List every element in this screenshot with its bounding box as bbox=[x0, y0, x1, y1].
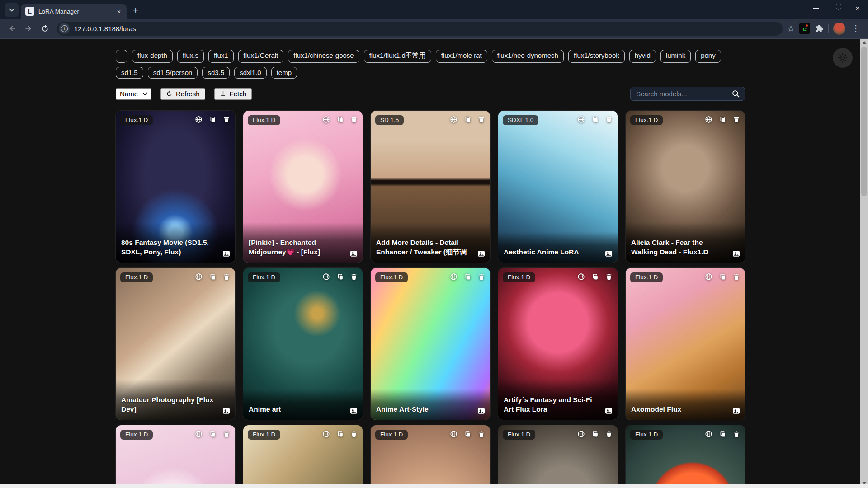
lora-card[interactable]: Flux.1 D bbox=[371, 425, 490, 488]
globe-icon[interactable] bbox=[577, 273, 585, 281]
tab-search-button[interactable] bbox=[5, 3, 19, 17]
copy-icon[interactable] bbox=[719, 430, 726, 438]
globe-icon[interactable] bbox=[705, 116, 712, 123]
copy-icon[interactable] bbox=[719, 273, 726, 281]
filter-tag[interactable] bbox=[116, 50, 127, 63]
filter-tag[interactable]: flux1/chinese-goose bbox=[288, 50, 359, 63]
trash-icon[interactable] bbox=[733, 116, 740, 123]
image-icon[interactable] bbox=[732, 407, 741, 415]
extensions-puzzle-icon[interactable] bbox=[815, 24, 824, 33]
copy-icon[interactable] bbox=[591, 430, 599, 438]
copy-icon[interactable] bbox=[591, 116, 599, 123]
address-bar[interactable]: i 127.0.0.1:8188/loras bbox=[57, 22, 783, 36]
trash-icon[interactable] bbox=[478, 273, 485, 281]
fetch-button[interactable]: Fetch bbox=[214, 88, 252, 100]
image-icon[interactable] bbox=[349, 407, 358, 415]
trash-icon[interactable] bbox=[478, 116, 485, 123]
globe-icon[interactable] bbox=[450, 430, 458, 438]
reload-button[interactable] bbox=[37, 21, 52, 36]
trash-icon[interactable] bbox=[733, 430, 740, 438]
image-icon[interactable] bbox=[222, 249, 231, 258]
close-button[interactable]: × bbox=[847, 0, 868, 16]
new-tab-button[interactable]: + bbox=[129, 4, 142, 17]
trash-icon[interactable] bbox=[605, 430, 613, 438]
filter-tag[interactable]: flux1 bbox=[208, 50, 234, 63]
lora-card[interactable]: Flux.1 D bbox=[498, 425, 618, 488]
copy-icon[interactable] bbox=[209, 116, 217, 123]
filter-tag[interactable]: flux1/neo-dynomech bbox=[492, 50, 564, 63]
scrollbar-thumb[interactable] bbox=[861, 47, 867, 196]
trash-icon[interactable] bbox=[223, 273, 230, 281]
forward-button[interactable] bbox=[21, 21, 36, 36]
lora-card[interactable]: Flux.1 D Amateur Photography [Flux Dev] bbox=[116, 268, 235, 420]
copy-icon[interactable] bbox=[719, 116, 726, 123]
filter-tag[interactable]: temp bbox=[271, 67, 297, 79]
filter-tag[interactable]: flux1/mole rat bbox=[436, 50, 487, 63]
copy-icon[interactable] bbox=[464, 430, 472, 438]
restore-button[interactable] bbox=[826, 0, 847, 16]
globe-icon[interactable] bbox=[195, 116, 203, 123]
globe-icon[interactable] bbox=[322, 273, 330, 281]
image-icon[interactable] bbox=[604, 407, 613, 415]
image-icon[interactable] bbox=[477, 249, 486, 258]
image-icon[interactable] bbox=[222, 407, 231, 415]
image-icon[interactable] bbox=[349, 249, 358, 258]
page-scrollbar[interactable] bbox=[860, 39, 868, 488]
copy-icon[interactable] bbox=[591, 273, 599, 281]
trash-icon[interactable] bbox=[223, 430, 230, 438]
filter-tag[interactable]: sd1.5 bbox=[116, 67, 143, 79]
filter-tag[interactable]: sd1.5/person bbox=[148, 67, 198, 79]
lora-card[interactable]: Flux.1 D 80s Fantasy Movie (SD1.5, SDXL,… bbox=[116, 111, 235, 263]
url-text[interactable]: 127.0.0.1:8188/loras bbox=[74, 25, 136, 33]
lora-card[interactable]: Flux.1 D bbox=[243, 425, 363, 488]
copy-icon[interactable] bbox=[209, 430, 217, 438]
filter-tag[interactable]: sd3.5 bbox=[202, 67, 230, 79]
copy-icon[interactable] bbox=[336, 116, 344, 123]
lora-card[interactable]: Flux.1 D bbox=[116, 425, 235, 488]
lora-card[interactable]: Flux.1 D Anime art bbox=[243, 268, 363, 420]
image-icon[interactable] bbox=[477, 407, 486, 415]
lora-card[interactable]: Flux.1 D Anime Art-Style bbox=[371, 268, 490, 420]
lora-card[interactable]: Flux.1 D bbox=[626, 425, 745, 488]
refresh-button[interactable]: Refresh bbox=[160, 88, 205, 100]
filter-tag[interactable]: pony bbox=[695, 50, 721, 63]
globe-icon[interactable] bbox=[450, 273, 458, 281]
back-button[interactable] bbox=[5, 21, 20, 36]
lora-card[interactable]: SDXL 1.0 Aesthetic Anime LoRA bbox=[498, 111, 618, 263]
globe-icon[interactable] bbox=[577, 116, 585, 123]
menu-dots-icon[interactable]: ⋮ bbox=[850, 23, 862, 33]
site-info-icon[interactable]: i bbox=[59, 23, 70, 34]
filter-tag[interactable]: flux1/flux1.d不常用 bbox=[364, 50, 431, 63]
filter-tag[interactable]: flux1/Geralt bbox=[238, 50, 284, 63]
trash-icon[interactable] bbox=[605, 116, 613, 123]
lora-card[interactable]: Flux.1 D Artify´s Fantasy and Sci-Fi Art… bbox=[498, 268, 618, 420]
copy-icon[interactable] bbox=[336, 430, 344, 438]
search-input[interactable] bbox=[636, 90, 731, 98]
trash-icon[interactable] bbox=[223, 116, 230, 123]
filter-tag[interactable]: lumink bbox=[660, 50, 691, 63]
search-icon[interactable] bbox=[731, 89, 740, 98]
globe-icon[interactable] bbox=[705, 273, 712, 281]
globe-icon[interactable] bbox=[195, 430, 203, 438]
extension-icon[interactable]: c bbox=[799, 23, 810, 34]
globe-icon[interactable] bbox=[322, 116, 330, 123]
lora-card[interactable]: Flux.1 D Axomodel Flux bbox=[626, 268, 745, 420]
lora-card[interactable]: Flux.1 D [Pinkie] - Enchanted Midjourney… bbox=[243, 111, 363, 263]
profile-avatar[interactable] bbox=[833, 23, 845, 35]
filter-tag[interactable]: hyvid bbox=[629, 50, 656, 63]
globe-icon[interactable] bbox=[705, 430, 712, 438]
tab-close-icon[interactable]: × bbox=[115, 7, 123, 15]
lora-card[interactable]: Flux.1 D Alicia Clark - Fear the Walking… bbox=[626, 111, 745, 263]
trash-icon[interactable] bbox=[478, 430, 485, 438]
copy-icon[interactable] bbox=[464, 273, 472, 281]
image-icon[interactable] bbox=[732, 249, 741, 258]
minimize-button[interactable] bbox=[806, 0, 826, 16]
globe-icon[interactable] bbox=[195, 273, 203, 281]
filter-tag[interactable]: flux-depth bbox=[132, 50, 173, 63]
trash-icon[interactable] bbox=[733, 273, 740, 281]
browser-tab[interactable]: L LoRA Manager × bbox=[21, 4, 127, 19]
globe-icon[interactable] bbox=[577, 430, 585, 438]
trash-icon[interactable] bbox=[605, 273, 613, 281]
copy-icon[interactable] bbox=[464, 116, 472, 123]
trash-icon[interactable] bbox=[350, 116, 358, 123]
